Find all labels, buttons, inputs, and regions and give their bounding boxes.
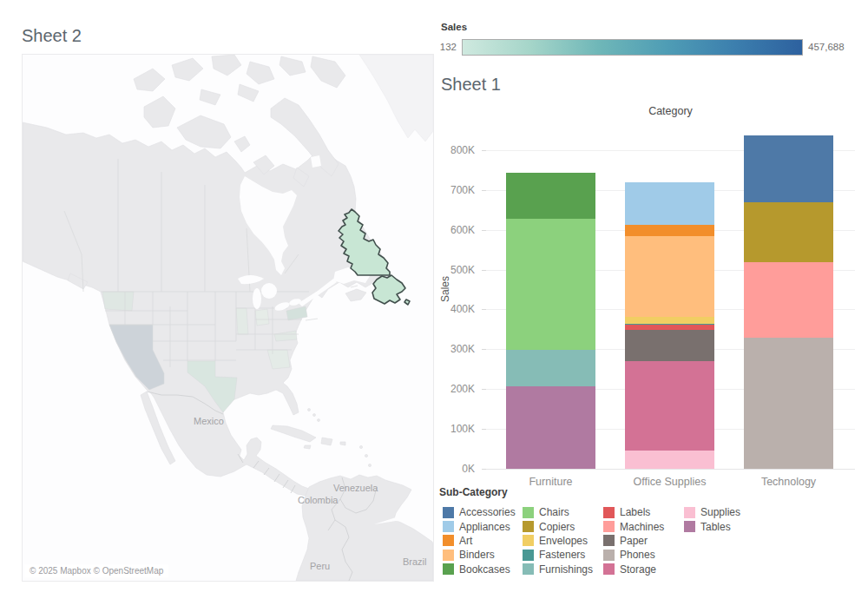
legend-item-supplies[interactable]: Supplies xyxy=(684,505,740,519)
bar-segment-office-supplies-envelopes[interactable] xyxy=(625,317,714,324)
legend-item-chairs[interactable]: Chairs xyxy=(523,505,593,519)
legend-swatch-chairs[interactable] xyxy=(523,507,534,518)
bar-segment-furniture-furnishings[interactable] xyxy=(506,350,595,386)
sheet2-title: Sheet 2 xyxy=(22,26,82,46)
jamaica xyxy=(304,445,311,449)
label-venezuela: Venezuela xyxy=(333,483,378,493)
gridline xyxy=(486,469,855,470)
legend-item-bookcases[interactable]: Bookcases xyxy=(443,563,516,576)
y-tick-label: 800K xyxy=(434,144,475,156)
sheet1-title: Sheet 1 xyxy=(441,75,501,95)
sales-legend-max: 457,688 xyxy=(808,42,845,52)
y-axis-ticks: 0K100K200K300K400K500K600K700K800K xyxy=(434,128,480,469)
legend-label: Supplies xyxy=(700,506,740,518)
legend-item-copiers[interactable]: Copiers xyxy=(523,519,593,533)
legend-swatch-labels[interactable] xyxy=(603,507,615,518)
legend-swatch-bookcases[interactable] xyxy=(443,563,454,575)
legend-swatch-storage[interactable] xyxy=(603,563,615,575)
legend-label: Storage xyxy=(620,563,656,576)
legend-label: Copiers xyxy=(539,521,575,533)
sales-legend-title: Sales xyxy=(441,22,467,32)
legend-column: SuppliesTables xyxy=(684,505,740,534)
tick-mark xyxy=(482,469,486,470)
y-tick-label: 100K xyxy=(434,423,475,435)
label-brazil: Brazil xyxy=(403,556,427,567)
legend-item-envelopes[interactable]: Envelopes xyxy=(523,534,593,548)
subcategory-legend-title: Sub-Category xyxy=(439,486,508,498)
legend-label: Appliances xyxy=(459,521,510,533)
legend-label: Furnishings xyxy=(539,563,593,576)
legend-item-machines[interactable]: Machines xyxy=(603,519,664,533)
legend-swatch-art[interactable] xyxy=(443,535,454,546)
legend-label: Fasteners xyxy=(539,549,585,561)
state-illinois[interactable] xyxy=(236,308,248,334)
tick-mark xyxy=(482,309,486,310)
bar-segment-technology-copiers[interactable] xyxy=(744,202,833,262)
state-ohio[interactable] xyxy=(255,309,269,326)
legend-label: Phones xyxy=(620,549,655,561)
y-tick-label: 300K xyxy=(434,343,475,355)
legend-label: Machines xyxy=(620,521,664,533)
legend-swatch-binders[interactable] xyxy=(443,550,454,561)
legend-item-phones[interactable]: Phones xyxy=(603,548,664,562)
legend-item-accessories[interactable]: Accessories xyxy=(443,505,516,519)
legend-swatch-paper[interactable] xyxy=(603,535,615,546)
legend-swatch-accessories[interactable] xyxy=(443,507,454,518)
bar-segment-office-supplies-paper[interactable] xyxy=(625,330,714,361)
bar-segment-technology-machines[interactable] xyxy=(744,262,833,338)
label-peru: Peru xyxy=(310,561,330,571)
sales-legend-min: 132 xyxy=(415,42,457,52)
bar-segment-furniture-tables[interactable] xyxy=(506,386,595,469)
legend-swatch-envelopes[interactable] xyxy=(523,535,534,546)
legend-label: Paper xyxy=(620,535,648,547)
bar-segment-office-supplies-fasteners[interactable] xyxy=(625,324,714,325)
bar-chart-plot-area: FurnitureOffice SuppliesTechnology xyxy=(486,128,855,469)
legend-swatch-copiers[interactable] xyxy=(523,521,534,532)
legend-swatch-machines[interactable] xyxy=(603,521,615,532)
bar-segment-office-supplies-supplies[interactable] xyxy=(625,451,714,469)
legend-label: Tables xyxy=(700,521,731,533)
legend-item-appliances[interactable]: Appliances xyxy=(443,519,516,533)
legend-swatch-appliances[interactable] xyxy=(443,521,454,532)
legend-swatch-supplies[interactable] xyxy=(684,507,695,518)
bar-segment-technology-phones[interactable] xyxy=(744,338,833,469)
bar-segment-office-supplies-art[interactable] xyxy=(625,225,714,235)
bar-segment-office-supplies-storage[interactable] xyxy=(625,361,714,451)
label-colombia: Colombia xyxy=(298,495,339,505)
legend-item-storage[interactable]: Storage xyxy=(603,563,664,576)
tick-mark xyxy=(482,429,486,430)
legend-column: AccessoriesAppliancesArtBindersBookcases xyxy=(443,505,516,576)
legend-label: Chairs xyxy=(539,506,569,518)
legend-item-tables[interactable]: Tables xyxy=(684,519,740,533)
tick-mark xyxy=(482,389,486,390)
legend-swatch-phones[interactable] xyxy=(603,550,615,561)
tick-mark xyxy=(482,270,486,271)
legend-column: LabelsMachinesPaperPhonesStorage xyxy=(603,505,664,576)
legend-item-binders[interactable]: Binders xyxy=(443,548,516,562)
legend-item-art[interactable]: Art xyxy=(443,534,516,548)
legend-label: Art xyxy=(459,535,472,547)
legend-swatch-furnishings[interactable] xyxy=(523,563,534,575)
bar-segment-furniture-bookcases[interactable] xyxy=(506,173,595,219)
map-canvas[interactable]: Mexico Venezuela Colombia Peru Brazil xyxy=(23,55,433,581)
y-tick-label: 400K xyxy=(434,303,475,315)
map-attribution[interactable]: © 2025 Mapbox © OpenStreetMap xyxy=(24,564,168,577)
bar-segment-office-supplies-labels[interactable] xyxy=(625,325,714,330)
legend-item-labels[interactable]: Labels xyxy=(603,505,664,519)
bar-segment-office-supplies-appliances[interactable] xyxy=(625,182,714,225)
bar-segment-furniture-chairs[interactable] xyxy=(506,219,595,350)
legend-label: Envelopes xyxy=(539,535,588,547)
legend-column: ChairsCopiersEnvelopesFastenersFurnishin… xyxy=(523,505,593,576)
sales-gradient-ramp xyxy=(462,39,803,56)
legend-item-paper[interactable]: Paper xyxy=(603,534,664,548)
legend-item-fasteners[interactable]: Fasteners xyxy=(523,548,593,562)
legend-swatch-fasteners[interactable] xyxy=(523,550,534,561)
legend-swatch-tables[interactable] xyxy=(684,521,695,532)
state-washington[interactable] xyxy=(102,292,134,311)
legend-item-furnishings[interactable]: Furnishings xyxy=(523,563,593,576)
legend-label: Accessories xyxy=(459,506,516,518)
bar-segment-office-supplies-binders[interactable] xyxy=(625,236,714,317)
bar-segment-technology-accessories[interactable] xyxy=(744,135,833,202)
subcategory-legend: Sub-Category AccessoriesAppliancesArtBin… xyxy=(439,486,865,590)
y-tick-label: 200K xyxy=(434,383,475,395)
